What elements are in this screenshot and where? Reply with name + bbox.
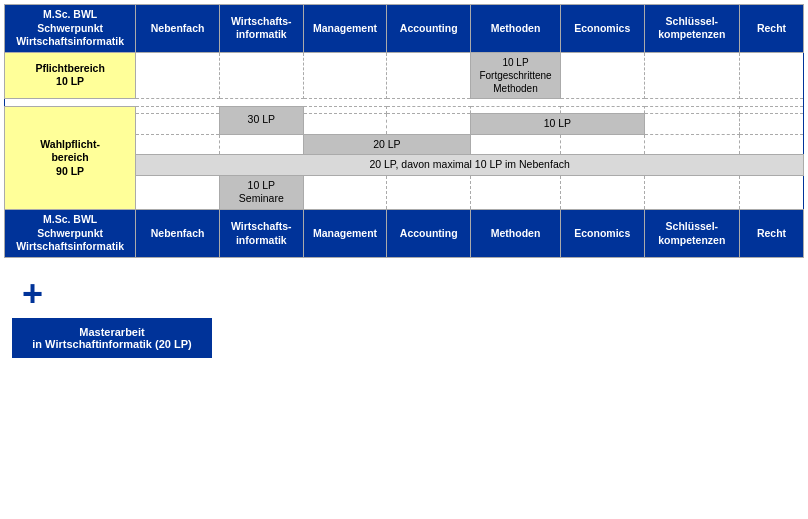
pflicht-methoden: 10 LPFortgeschritteneMethoden bbox=[471, 52, 561, 98]
header-col3: Management bbox=[303, 5, 387, 53]
wahl-r2-recht bbox=[740, 113, 804, 134]
plus-icon: + bbox=[22, 276, 43, 312]
pflicht-label: Pflichtbereich10 LP bbox=[5, 52, 136, 98]
wahl-r5-management bbox=[303, 175, 387, 209]
separator-row bbox=[5, 98, 804, 106]
wahl-r3-recht bbox=[740, 134, 804, 155]
wahl-r2-schluessel bbox=[644, 113, 739, 134]
header-col5: Methoden bbox=[471, 5, 561, 53]
wahl-r1-nebenfach bbox=[136, 106, 220, 113]
footer-col6: Economics bbox=[560, 210, 644, 258]
footer-col2: Wirtschafts- informatik bbox=[219, 210, 303, 258]
wahl-r3-methoden bbox=[471, 134, 561, 155]
wahl-r1-recht bbox=[740, 106, 804, 113]
header-col0: M.Sc. BWL Schwerpunkt Wirtschaftsinforma… bbox=[5, 5, 136, 53]
wahl-r5-recht bbox=[740, 175, 804, 209]
header-col7: Schlüssel- kompetenzen bbox=[644, 5, 739, 53]
wahlpflicht-row1: Wahlpflicht-bereich90 LP 30 LP bbox=[5, 106, 804, 113]
pflicht-wirtschaft bbox=[219, 52, 303, 98]
footer-col3: Management bbox=[303, 210, 387, 258]
wahl-r2-accounting bbox=[387, 113, 471, 134]
footer-col8: Recht bbox=[740, 210, 804, 258]
wahlpflicht-label: Wahlpflicht-bereich90 LP bbox=[5, 106, 136, 209]
header-col4: Accounting bbox=[387, 5, 471, 53]
wahl-20lp-spanning: 20 LP, davon maximal 10 LP im Nebenfach bbox=[136, 155, 804, 176]
footer-col4: Accounting bbox=[387, 210, 471, 258]
header-col8: Recht bbox=[740, 5, 804, 53]
pflicht-accounting bbox=[387, 52, 471, 98]
wahl-r5-economics bbox=[560, 175, 644, 209]
wahl-r1-schluessel bbox=[644, 106, 739, 113]
bottom-section: + Masterarbeit in Wirtschaftinformatik (… bbox=[4, 266, 804, 362]
pflicht-recht bbox=[740, 52, 804, 98]
page-wrapper: M.Sc. BWL Schwerpunkt Wirtschaftsinforma… bbox=[0, 0, 808, 366]
wahl-wirtschaft-seminare: 10 LPSeminare bbox=[219, 175, 303, 209]
wahl-r3-wirtschaft bbox=[219, 134, 303, 155]
pflicht-schluessel bbox=[644, 52, 739, 98]
pflicht-row: Pflichtbereich10 LP 10 LPFortgeschritten… bbox=[5, 52, 804, 98]
curriculum-table: M.Sc. BWL Schwerpunkt Wirtschaftsinforma… bbox=[4, 4, 804, 258]
wahl-r5-accounting bbox=[387, 175, 471, 209]
header-col1: Nebenfach bbox=[136, 5, 220, 53]
pflicht-nebenfach bbox=[136, 52, 220, 98]
pflicht-management bbox=[303, 52, 387, 98]
wahl-r2-management bbox=[303, 113, 387, 134]
wahl-methoden-econ-10lp: 10 LP bbox=[471, 113, 645, 134]
wahl-r5-schluessel bbox=[644, 175, 739, 209]
masterarbeit-box: Masterarbeit in Wirtschaftinformatik (20… bbox=[12, 318, 212, 358]
wahl-r3-nebenfach bbox=[136, 134, 220, 155]
header-col2: Wirtschafts- informatik bbox=[219, 5, 303, 53]
wahl-r1-economics bbox=[560, 106, 644, 113]
wahl-r1-accounting bbox=[387, 106, 471, 113]
wahl-r3-schluessel bbox=[644, 134, 739, 155]
wahl-management-accounting-20lp: 20 LP bbox=[303, 134, 470, 155]
wahl-wirtschaft-30lp: 30 LP bbox=[219, 106, 303, 134]
wahl-r1-management bbox=[303, 106, 387, 113]
header-col6: Economics bbox=[560, 5, 644, 53]
pflicht-economics bbox=[560, 52, 644, 98]
wahl-r1-methoden bbox=[471, 106, 561, 113]
wahl-r5-nebenfach bbox=[136, 175, 220, 209]
footer-col1: Nebenfach bbox=[136, 210, 220, 258]
footer-col5: Methoden bbox=[471, 210, 561, 258]
header-row: M.Sc. BWL Schwerpunkt Wirtschaftsinforma… bbox=[5, 5, 804, 53]
footer-header-row: M.Sc. BWL Schwerpunkt Wirtschaftsinforma… bbox=[5, 210, 804, 258]
wahl-r3-economics bbox=[560, 134, 644, 155]
footer-col7: Schlüssel- kompetenzen bbox=[644, 210, 739, 258]
footer-col0: M.Sc. BWL Schwerpunkt Wirtschaftsinforma… bbox=[5, 210, 136, 258]
wahl-r5-methoden bbox=[471, 175, 561, 209]
wahl-r2-nebenfach bbox=[136, 113, 220, 134]
